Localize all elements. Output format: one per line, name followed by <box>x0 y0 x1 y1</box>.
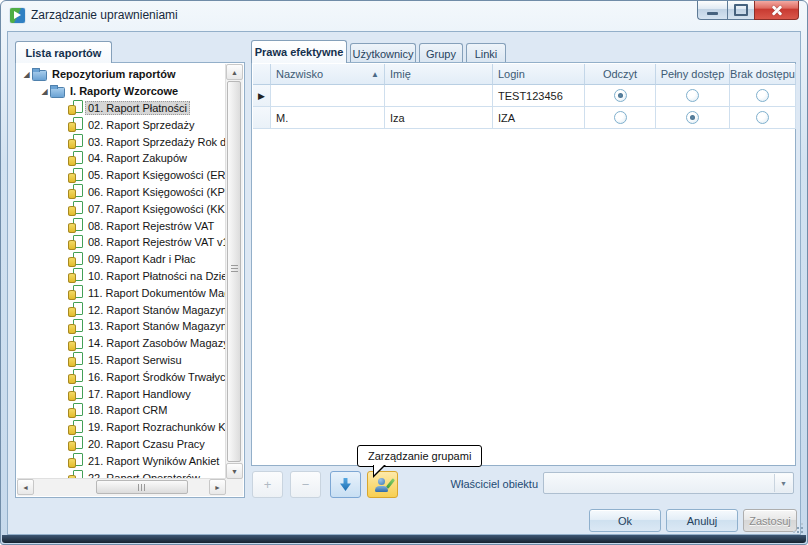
tree-item[interactable]: 10. Raport Płatności na Dzień <box>17 268 226 285</box>
tree-item[interactable]: 12. Raport Stanów Magazyno <box>17 301 226 318</box>
report-icon <box>68 184 83 199</box>
tree-item[interactable]: 11. Raport Dokumentów Mag <box>17 284 226 301</box>
tree-item[interactable]: 09. Raport Kadr i Płac <box>17 251 226 268</box>
cancel-button[interactable]: Anuluj <box>666 509 738 532</box>
scrollbar-corner <box>226 479 243 496</box>
report-icon <box>68 319 83 334</box>
tree-item[interactable]: 13. Raport Stanów Magazyno <box>17 318 226 335</box>
tree-item[interactable]: 15. Raport Serwisu <box>17 352 226 369</box>
tree-item[interactable]: 14. Raport Zasobów Magazyn <box>17 335 226 352</box>
table-row[interactable]: M.IzaIZA <box>253 107 794 129</box>
tree-item-label: 01. Raport Płatności <box>85 101 190 115</box>
radio-unselected-icon[interactable] <box>756 89 769 102</box>
tree-item[interactable]: 07. Raport Księgowości (KK) <box>17 200 226 217</box>
report-icon <box>68 436 83 451</box>
column-header-odczyt[interactable]: Odczyt <box>585 64 656 85</box>
tab-grupy[interactable]: Grupy <box>419 43 463 63</box>
apply-button[interactable]: Zastosuj <box>743 509 797 532</box>
ok-button[interactable]: Ok <box>589 509 661 532</box>
tree-item-label: 15. Raport Serwisu <box>85 354 185 366</box>
tree-item[interactable]: 04. Raport Zakupów <box>17 150 226 167</box>
tree-item-label: 05. Raport Księgowości (ER) <box>85 169 226 181</box>
radio-unselected-icon[interactable] <box>686 89 699 102</box>
radio-cell-pelny[interactable] <box>656 85 730 107</box>
resize-grip[interactable] <box>793 523 803 533</box>
tree-item[interactable]: 19. Raport Rozrachunków Ksi <box>17 419 226 436</box>
report-icon <box>68 235 83 250</box>
tree-vertical-scrollbar[interactable]: ▲ ▼ <box>225 64 243 479</box>
move-down-button[interactable] <box>330 471 361 498</box>
column-header-login[interactable]: Login <box>493 64 585 85</box>
tab-u-ytkownicy[interactable]: Użytkownicy <box>350 43 416 63</box>
tree-item[interactable]: 17. Raport Handlowy <box>17 385 226 402</box>
column-header-nazwisko[interactable]: Nazwisko▲ <box>271 64 385 85</box>
tree-item-label: 07. Raport Księgowości (KK) <box>85 203 226 215</box>
add-button[interactable]: + <box>252 471 283 498</box>
title-bar[interactable]: Zarządzanie uprawnieniami <box>1 1 807 31</box>
tree-item-label: 16. Raport Środków Trwałych <box>85 371 226 383</box>
tree-item[interactable]: 08. Raport Rejestrów VAT v17 <box>17 234 226 251</box>
scroll-right-icon[interactable]: ► <box>209 479 226 495</box>
radio-selected-icon[interactable] <box>614 89 627 102</box>
radio-unselected-icon[interactable] <box>756 111 769 124</box>
column-header-selector[interactable] <box>253 64 271 85</box>
close-button[interactable] <box>754 1 799 20</box>
tree-item[interactable]: 21. Raport Wyników Ankiet <box>17 452 226 469</box>
tree-item[interactable]: 05. Raport Księgowości (ER) <box>17 167 226 184</box>
chevron-down-icon[interactable]: ▼ <box>774 474 792 492</box>
tree-item-label: 19. Raport Rozrachunków Ksi <box>85 421 226 433</box>
row-selector-cell: ▶ <box>253 85 271 107</box>
radio-cell-odczyt[interactable] <box>585 85 656 107</box>
tree-item[interactable]: ◢I. Raporty Wzorcowe <box>17 83 226 100</box>
tree-item[interactable]: 06. Raport Księgowości (KP) <box>17 184 226 201</box>
scroll-left-icon[interactable]: ◄ <box>17 479 34 495</box>
tab-lista-raportow[interactable]: Lista raportów <box>15 41 112 63</box>
report-icon <box>68 218 83 233</box>
radio-cell-pelny[interactable] <box>656 107 730 129</box>
tree-item[interactable]: 01. Raport Płatności <box>17 100 226 117</box>
scroll-down-icon[interactable]: ▼ <box>226 463 243 479</box>
window-title: Zarządzanie uprawnieniami <box>31 8 178 22</box>
expander-expanded-icon[interactable]: ◢ <box>39 87 50 96</box>
tree-item[interactable]: 20. Raport Czasu Pracy <box>17 436 226 453</box>
column-header-brak-dostępu[interactable]: Brak dostępu <box>730 64 796 85</box>
tree-item-label: 17. Raport Handlowy <box>85 388 194 400</box>
radio-selected-icon[interactable] <box>686 111 699 124</box>
radio-cell-brak[interactable] <box>730 85 796 107</box>
minimize-button[interactable] <box>697 1 727 20</box>
scroll-up-icon[interactable]: ▲ <box>226 64 243 80</box>
tree-hscroll-thumb[interactable] <box>96 480 188 494</box>
tree-item[interactable]: ◢Repozytorium raportów <box>17 66 226 83</box>
report-icon <box>68 268 83 283</box>
report-icon <box>68 168 83 183</box>
radio-unselected-icon[interactable] <box>614 111 627 124</box>
tree-item[interactable]: 18. Raport CRM <box>17 402 226 419</box>
tree-horizontal-scrollbar[interactable]: ◄ ► <box>17 478 226 496</box>
radio-cell-odczyt[interactable] <box>585 107 656 129</box>
table-row[interactable]: ▶TEST123456 <box>253 85 794 107</box>
tab-linki[interactable]: Linki <box>466 43 506 63</box>
tree-item-label: 11. Raport Dokumentów Mag <box>85 287 226 299</box>
column-header-label: Pełny dostęp <box>661 68 725 80</box>
radio-cell-brak[interactable] <box>730 107 796 129</box>
report-icon <box>68 336 83 351</box>
tree-item[interactable]: 16. Raport Środków Trwałych <box>17 368 226 385</box>
remove-button[interactable]: − <box>290 471 321 498</box>
expander-expanded-icon[interactable]: ◢ <box>21 70 32 79</box>
column-header-pełny-dostęp[interactable]: Pełny dostęp <box>656 64 730 85</box>
tree-item[interactable]: 02. Raport Sprzedaży <box>17 116 226 133</box>
maximize-button[interactable] <box>727 1 754 20</box>
edit-user-icon <box>375 478 391 492</box>
column-header-label: Imię <box>390 68 411 80</box>
column-header-imię[interactable]: Imię <box>385 64 493 85</box>
tab-prawa-efektywne[interactable]: Prawa efektywne <box>251 40 347 63</box>
tree-item[interactable]: 08. Raport Rejestrów VAT <box>17 217 226 234</box>
tree-item-label: 20. Raport Czasu Pracy <box>85 438 208 450</box>
maximize-icon <box>734 4 748 16</box>
owner-combobox[interactable]: ▼ <box>543 472 794 494</box>
tree-vscroll-thumb[interactable] <box>227 81 241 462</box>
arrow-down-icon <box>340 478 351 491</box>
close-icon <box>771 4 783 16</box>
tree-item[interactable]: 03. Raport Sprzedaży Rok do <box>17 133 226 150</box>
current-row-icon: ▶ <box>258 91 265 101</box>
